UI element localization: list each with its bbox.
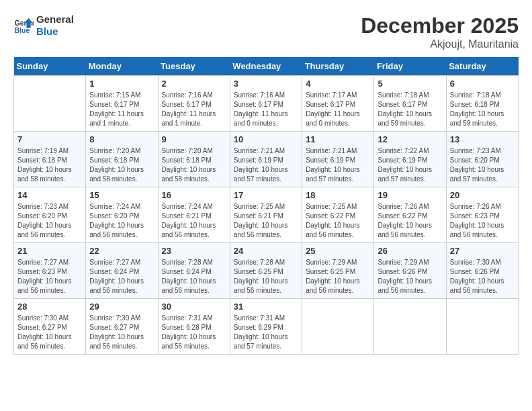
day-number: 9 — [162, 134, 226, 144]
week-row-3: 21Sunrise: 7:27 AMSunset: 6:23 PMDayligh… — [14, 243, 519, 299]
logo-blue: Blue — [36, 26, 74, 38]
day-number: 1 — [89, 79, 154, 89]
calendar-cell: 14Sunrise: 7:23 AMSunset: 6:20 PMDayligh… — [14, 187, 86, 243]
day-number: 10 — [234, 134, 298, 144]
day-info: Sunrise: 7:31 AMSunset: 6:29 PMDaylight:… — [234, 314, 298, 351]
calendar-cell: 23Sunrise: 7:28 AMSunset: 6:24 PMDayligh… — [158, 243, 230, 299]
calendar-cell: 6Sunrise: 7:18 AMSunset: 6:18 PMDaylight… — [446, 76, 518, 132]
weekday-header-wednesday: Wednesday — [230, 57, 302, 76]
month-title: December 2025 — [361, 13, 519, 38]
calendar-cell: 16Sunrise: 7:24 AMSunset: 6:21 PMDayligh… — [158, 187, 230, 243]
day-info: Sunrise: 7:23 AMSunset: 6:20 PMDaylight:… — [17, 202, 82, 240]
day-number: 13 — [450, 134, 515, 144]
day-number: 12 — [378, 134, 442, 144]
week-row-2: 14Sunrise: 7:23 AMSunset: 6:20 PMDayligh… — [14, 187, 519, 243]
day-info: Sunrise: 7:31 AMSunset: 6:28 PMDaylight:… — [162, 314, 226, 351]
calendar-cell: 12Sunrise: 7:22 AMSunset: 6:19 PMDayligh… — [374, 132, 446, 187]
day-info: Sunrise: 7:17 AMSunset: 6:17 PMDaylight:… — [306, 91, 370, 128]
weekday-header-saturday: Saturday — [446, 57, 518, 76]
day-number: 20 — [450, 190, 515, 200]
day-number: 6 — [450, 79, 515, 89]
day-number: 31 — [234, 302, 298, 312]
calendar-cell: 9Sunrise: 7:20 AMSunset: 6:18 PMDaylight… — [158, 132, 230, 187]
logo-general: General — [36, 13, 74, 26]
weekday-header-friday: Friday — [374, 57, 446, 76]
day-number: 28 — [17, 302, 82, 312]
week-row-0: 1Sunrise: 7:15 AMSunset: 6:17 PMDaylight… — [14, 76, 519, 132]
calendar-cell: 11Sunrise: 7:21 AMSunset: 6:19 PMDayligh… — [302, 132, 374, 187]
day-info: Sunrise: 7:26 AMSunset: 6:22 PMDaylight:… — [378, 202, 442, 240]
day-number: 15 — [89, 190, 154, 200]
calendar-cell: 29Sunrise: 7:30 AMSunset: 6:27 PMDayligh… — [86, 299, 158, 355]
calendar-cell: 13Sunrise: 7:23 AMSunset: 6:20 PMDayligh… — [446, 132, 518, 187]
day-number: 3 — [234, 79, 298, 89]
location-title: Akjoujt, Mauritania — [361, 38, 519, 50]
calendar-cell: 3Sunrise: 7:16 AMSunset: 6:17 PMDaylight… — [230, 76, 302, 132]
title-section: December 2025 Akjoujt, Mauritania — [361, 13, 519, 50]
day-info: Sunrise: 7:25 AMSunset: 6:21 PMDaylight:… — [234, 202, 298, 240]
calendar-cell: 5Sunrise: 7:18 AMSunset: 6:17 PMDaylight… — [374, 76, 446, 132]
calendar-cell: 24Sunrise: 7:28 AMSunset: 6:25 PMDayligh… — [230, 243, 302, 299]
day-info: Sunrise: 7:28 AMSunset: 6:25 PMDaylight:… — [234, 258, 298, 295]
day-number: 19 — [378, 190, 442, 200]
calendar-cell: 25Sunrise: 7:29 AMSunset: 6:25 PMDayligh… — [302, 243, 374, 299]
day-info: Sunrise: 7:21 AMSunset: 6:19 PMDaylight:… — [234, 146, 298, 184]
day-info: Sunrise: 7:30 AMSunset: 6:27 PMDaylight:… — [89, 314, 154, 351]
day-info: Sunrise: 7:27 AMSunset: 6:24 PMDaylight:… — [89, 258, 154, 295]
day-number: 7 — [17, 134, 82, 144]
calendar-cell: 28Sunrise: 7:30 AMSunset: 6:27 PMDayligh… — [14, 299, 86, 355]
day-info: Sunrise: 7:29 AMSunset: 6:26 PMDaylight:… — [378, 258, 442, 295]
logo: General Blue General Blue — [13, 13, 74, 38]
day-info: Sunrise: 7:24 AMSunset: 6:21 PMDaylight:… — [162, 202, 226, 240]
calendar-table: SundayMondayTuesdayWednesdayThursdayFrid… — [13, 57, 519, 355]
day-number: 4 — [306, 79, 370, 89]
day-info: Sunrise: 7:19 AMSunset: 6:18 PMDaylight:… — [17, 146, 82, 184]
week-row-1: 7Sunrise: 7:19 AMSunset: 6:18 PMDaylight… — [14, 132, 519, 187]
day-info: Sunrise: 7:26 AMSunset: 6:23 PMDaylight:… — [450, 202, 515, 240]
calendar-cell: 22Sunrise: 7:27 AMSunset: 6:24 PMDayligh… — [86, 243, 158, 299]
day-info: Sunrise: 7:20 AMSunset: 6:18 PMDaylight:… — [89, 146, 154, 184]
calendar-cell: 18Sunrise: 7:25 AMSunset: 6:22 PMDayligh… — [302, 187, 374, 243]
weekday-header-thursday: Thursday — [302, 57, 374, 76]
calendar-cell: 21Sunrise: 7:27 AMSunset: 6:23 PMDayligh… — [14, 243, 86, 299]
day-number: 25 — [306, 246, 370, 256]
day-info: Sunrise: 7:24 AMSunset: 6:20 PMDaylight:… — [89, 202, 154, 240]
day-number: 2 — [162, 79, 226, 89]
calendar-cell: 27Sunrise: 7:30 AMSunset: 6:26 PMDayligh… — [446, 243, 518, 299]
day-info: Sunrise: 7:21 AMSunset: 6:19 PMDaylight:… — [306, 146, 370, 184]
calendar-cell — [302, 299, 374, 355]
day-info: Sunrise: 7:18 AMSunset: 6:18 PMDaylight:… — [450, 91, 515, 128]
day-number: 5 — [378, 79, 442, 89]
day-number: 18 — [306, 190, 370, 200]
header: General Blue General Blue December 2025 … — [13, 13, 519, 50]
calendar-cell — [14, 76, 86, 132]
day-number: 23 — [162, 246, 226, 256]
day-number: 11 — [306, 134, 370, 144]
calendar-cell: 17Sunrise: 7:25 AMSunset: 6:21 PMDayligh… — [230, 187, 302, 243]
day-number: 8 — [89, 134, 154, 144]
calendar-cell: 31Sunrise: 7:31 AMSunset: 6:29 PMDayligh… — [230, 299, 302, 355]
weekday-header-row: SundayMondayTuesdayWednesdayThursdayFrid… — [14, 57, 519, 76]
weekday-header-tuesday: Tuesday — [158, 57, 230, 76]
calendar-cell — [446, 299, 518, 355]
calendar-cell: 10Sunrise: 7:21 AMSunset: 6:19 PMDayligh… — [230, 132, 302, 187]
calendar-cell — [374, 299, 446, 355]
weekday-header-sunday: Sunday — [14, 57, 86, 76]
day-info: Sunrise: 7:20 AMSunset: 6:18 PMDaylight:… — [162, 146, 226, 184]
day-info: Sunrise: 7:16 AMSunset: 6:17 PMDaylight:… — [234, 91, 298, 128]
week-row-4: 28Sunrise: 7:30 AMSunset: 6:27 PMDayligh… — [14, 299, 519, 355]
day-info: Sunrise: 7:22 AMSunset: 6:19 PMDaylight:… — [378, 146, 442, 184]
weekday-header-monday: Monday — [86, 57, 158, 76]
calendar-cell: 26Sunrise: 7:29 AMSunset: 6:26 PMDayligh… — [374, 243, 446, 299]
day-number: 21 — [17, 246, 82, 256]
calendar-cell: 7Sunrise: 7:19 AMSunset: 6:18 PMDaylight… — [14, 132, 86, 187]
calendar-cell: 2Sunrise: 7:16 AMSunset: 6:17 PMDaylight… — [158, 76, 230, 132]
day-number: 27 — [450, 246, 515, 256]
logo-icon: General Blue — [13, 15, 34, 36]
day-number: 24 — [234, 246, 298, 256]
calendar-cell: 20Sunrise: 7:26 AMSunset: 6:23 PMDayligh… — [446, 187, 518, 243]
day-number: 16 — [162, 190, 226, 200]
day-info: Sunrise: 7:27 AMSunset: 6:23 PMDaylight:… — [17, 258, 82, 295]
day-info: Sunrise: 7:30 AMSunset: 6:27 PMDaylight:… — [17, 314, 82, 351]
day-number: 30 — [162, 302, 226, 312]
